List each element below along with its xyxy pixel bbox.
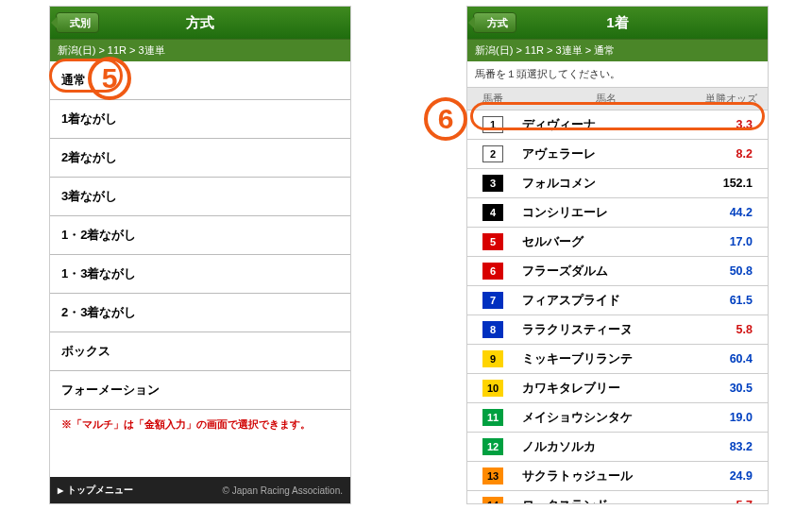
breadcrumb: 新潟(日) > 11R > 3連単 > 通常	[467, 39, 768, 61]
header-bar: 方式 1着	[467, 7, 768, 39]
back-button[interactable]: 方式	[473, 12, 516, 33]
horse-name: ロータスランド	[518, 498, 694, 505]
horse-number-box: 4	[482, 204, 503, 221]
horse-odds: 83.2	[694, 440, 768, 453]
col-number: 馬番	[467, 92, 518, 106]
horse-name: ディヴィーナ	[518, 117, 694, 133]
horse-number-wrap: 4	[467, 204, 518, 221]
horse-name: コンシリエーレ	[518, 205, 694, 221]
horse-row[interactable]: 8ララクリスティーヌ5.8	[467, 315, 768, 345]
horse-name: メイショウシンタケ	[518, 410, 694, 426]
horse-odds: 60.4	[694, 352, 768, 366]
horse-number-wrap: 1	[467, 116, 518, 133]
horse-odds: 61.5	[694, 294, 768, 307]
horse-name: サクラトゥジュール	[518, 468, 694, 484]
back-button[interactable]: 式別	[56, 12, 99, 33]
horse-number-box: 2	[482, 145, 503, 162]
horse-row[interactable]: 10カワキタレブリー30.5	[467, 374, 768, 403]
footer-bar: ▶トップメニュー © Japan Racing Association.	[50, 477, 350, 503]
horse-name: フィアスプライド	[518, 293, 694, 309]
horse-number-box: 9	[482, 350, 503, 367]
method-option[interactable]: 1着ながし	[50, 100, 350, 139]
horse-number-wrap: 8	[467, 321, 518, 338]
method-option[interactable]: フォーメーション	[50, 371, 350, 410]
horse-odds: 30.5	[694, 382, 768, 395]
horse-odds: 8.2	[694, 147, 768, 161]
horse-number-box: 8	[482, 321, 503, 338]
horse-number-wrap: 2	[467, 145, 518, 162]
horse-name: ララクリスティーヌ	[518, 322, 694, 338]
horse-row[interactable]: 11メイショウシンタケ19.0	[467, 403, 768, 433]
horse-table-header: 馬番 馬名 単勝オッズ	[467, 87, 768, 110]
method-option[interactable]: 3着ながし	[50, 178, 350, 216]
step-6-label: 6	[438, 103, 454, 135]
back-button-label: 方式	[487, 16, 508, 30]
horse-odds: 50.8	[694, 264, 768, 278]
method-option[interactable]: 2着ながし	[50, 139, 350, 178]
footer-top-menu[interactable]: ▶トップメニュー	[58, 484, 133, 497]
header-title: 1着	[606, 14, 628, 32]
col-name: 馬名	[518, 92, 694, 106]
horse-name: ミッキーブリランテ	[518, 351, 694, 367]
horse-list: 1ディヴィーナ3.32アヴェラーレ8.23フォルコメン152.14コンシリエーレ…	[467, 110, 768, 504]
method-option[interactable]: 通常	[50, 61, 350, 100]
horse-odds: 24.9	[694, 469, 768, 483]
horse-row[interactable]: 3フォルコメン152.1	[467, 169, 768, 198]
horse-odds: 5.7	[694, 499, 768, 504]
method-option[interactable]: 1・3着ながし	[50, 255, 350, 294]
screen-first-place: 方式 1着 新潟(日) > 11R > 3連単 > 通常 馬番を１頭選択してくだ…	[466, 6, 769, 504]
horse-number-wrap: 6	[467, 263, 518, 280]
horse-number-box: 14	[482, 497, 503, 504]
horse-number-wrap: 14	[467, 497, 518, 504]
horse-number-box: 6	[482, 263, 503, 280]
horse-row[interactable]: 14ロータスランド5.7	[467, 491, 768, 504]
horse-number-box: 3	[482, 175, 503, 192]
horse-row[interactable]: 12ノルカソルカ83.2	[467, 433, 768, 462]
horse-number-box: 10	[482, 380, 503, 397]
horse-name: アヴェラーレ	[518, 146, 694, 162]
horse-row[interactable]: 1ディヴィーナ3.3	[467, 110, 768, 140]
horse-row[interactable]: 7フィアスプライド61.5	[467, 286, 768, 315]
horse-number-wrap: 13	[467, 468, 518, 484]
horse-odds: 152.1	[694, 177, 768, 190]
horse-odds: 3.3	[694, 118, 768, 131]
horse-number-wrap: 3	[467, 175, 518, 192]
horse-odds: 17.0	[694, 235, 768, 248]
method-option[interactable]: 2・3着ながし	[50, 294, 350, 332]
horse-name: ノルカソルカ	[518, 439, 694, 455]
horse-row[interactable]: 9ミッキーブリランテ60.4	[467, 345, 768, 374]
screen-method: 式別 方式 新潟(日) > 11R > 3連単 通常1着ながし2着ながし3着なが…	[49, 6, 351, 504]
horse-row[interactable]: 4コンシリエーレ44.2	[467, 198, 768, 228]
triangle-icon: ▶	[58, 486, 63, 495]
horse-name: フォルコメン	[518, 176, 694, 192]
horse-number-box: 7	[482, 292, 503, 309]
horse-name: セルバーグ	[518, 234, 694, 250]
horse-row[interactable]: 6フラーズダルム50.8	[467, 257, 768, 286]
horse-odds: 5.8	[694, 323, 768, 336]
footer-top-menu-label: トップメニュー	[67, 484, 133, 495]
horse-odds: 44.2	[694, 206, 768, 219]
step-6-marker: 6	[424, 97, 467, 141]
horse-number-wrap: 5	[467, 233, 518, 250]
horse-number-wrap: 11	[467, 409, 518, 426]
method-option[interactable]: ボックス	[50, 332, 350, 371]
col-odds: 単勝オッズ	[694, 92, 768, 106]
horse-row[interactable]: 2アヴェラーレ8.2	[467, 140, 768, 169]
horse-number-wrap: 12	[467, 438, 518, 455]
multi-note: ※「マルチ」は「金額入力」の画面で選択できます。	[50, 410, 350, 439]
horse-name: カワキタレブリー	[518, 381, 694, 397]
footer-copyright: © Japan Racing Association.	[223, 485, 343, 496]
horse-number-wrap: 7	[467, 292, 518, 309]
back-button-label: 式別	[70, 16, 91, 30]
horse-odds: 19.0	[694, 411, 768, 424]
horse-number-box: 5	[482, 233, 503, 250]
horse-number-box: 13	[482, 468, 503, 484]
instruction-text: 馬番を１頭選択してください。	[467, 61, 768, 87]
horse-row[interactable]: 13サクラトゥジュール24.9	[467, 462, 768, 491]
horse-number-box: 1	[482, 116, 503, 133]
method-menu: 通常1着ながし2着ながし3着ながし1・2着ながし1・3着ながし2・3着ながしボッ…	[50, 61, 350, 410]
method-option[interactable]: 1・2着ながし	[50, 216, 350, 255]
horse-number-box: 11	[482, 409, 503, 426]
horse-number-wrap: 10	[467, 380, 518, 397]
horse-row[interactable]: 5セルバーグ17.0	[467, 228, 768, 257]
